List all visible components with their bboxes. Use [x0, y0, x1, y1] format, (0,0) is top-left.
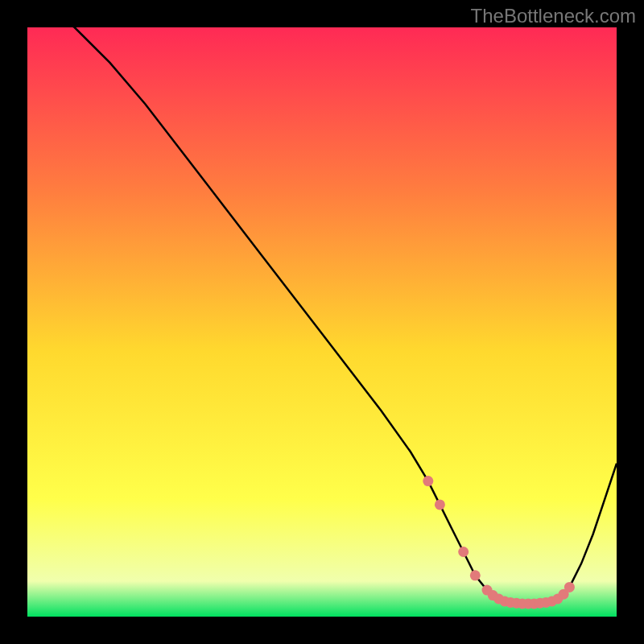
gradient-background [27, 27, 617, 617]
curve-marker [458, 547, 469, 557]
curve-marker [423, 476, 433, 486]
chart-plot-area [27, 27, 617, 617]
curve-marker [564, 582, 575, 592]
curve-marker [435, 499, 445, 510]
chart-svg [27, 27, 617, 617]
watermark-text: TheBottleneck.com [471, 5, 636, 27]
curve-marker [470, 570, 481, 580]
